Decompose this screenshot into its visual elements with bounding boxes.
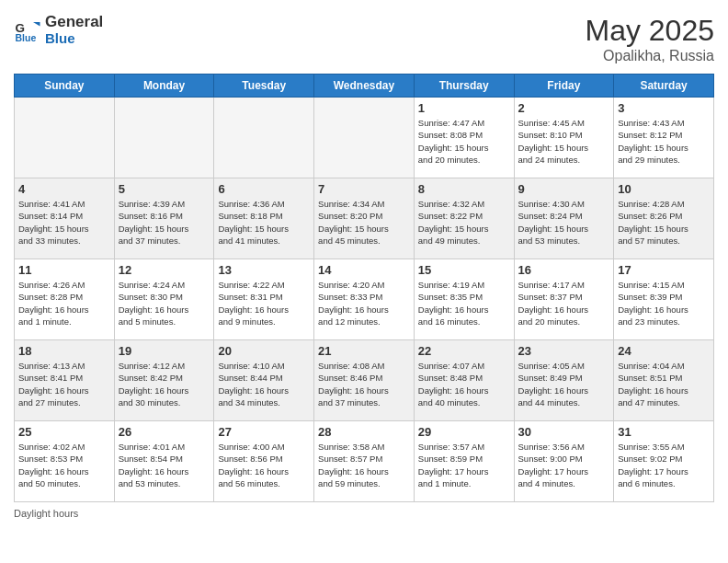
day-number: 4 xyxy=(18,182,110,196)
cell-info: Sunrise: 4:00 AM Sunset: 8:56 PM Dayligh… xyxy=(218,441,310,489)
cal-cell: 8Sunrise: 4:32 AM Sunset: 8:22 PM Daylig… xyxy=(414,178,514,259)
cell-info: Sunrise: 3:56 AM Sunset: 9:00 PM Dayligh… xyxy=(518,441,610,489)
logo-general: General xyxy=(45,14,103,31)
calendar-title: May 2025 xyxy=(585,14,714,48)
cell-info: Sunrise: 4:24 AM Sunset: 8:30 PM Dayligh… xyxy=(119,279,210,327)
cal-cell: 3Sunrise: 4:43 AM Sunset: 8:12 PM Daylig… xyxy=(614,98,714,178)
cal-cell: 13Sunrise: 4:22 AM Sunset: 8:31 PM Dayli… xyxy=(214,259,314,340)
cal-cell xyxy=(15,98,115,178)
day-number: 22 xyxy=(418,344,510,358)
cal-cell: 21Sunrise: 4:08 AM Sunset: 8:46 PM Dayli… xyxy=(314,340,415,421)
day-number: 29 xyxy=(418,425,510,439)
day-number: 23 xyxy=(518,344,610,358)
cell-info: Sunrise: 4:13 AM Sunset: 8:41 PM Dayligh… xyxy=(18,360,110,408)
cell-info: Sunrise: 4:15 AM Sunset: 8:39 PM Dayligh… xyxy=(618,279,710,327)
logo-icon: G Blue xyxy=(14,17,41,44)
cell-info: Sunrise: 4:19 AM Sunset: 8:35 PM Dayligh… xyxy=(418,279,510,327)
cell-info: Sunrise: 4:08 AM Sunset: 8:46 PM Dayligh… xyxy=(318,360,410,408)
cal-cell xyxy=(314,98,415,178)
cal-cell: 7Sunrise: 4:34 AM Sunset: 8:20 PM Daylig… xyxy=(314,178,415,259)
cell-info: Sunrise: 4:41 AM Sunset: 8:14 PM Dayligh… xyxy=(18,198,110,247)
cal-cell xyxy=(114,98,214,178)
cal-cell xyxy=(214,98,314,178)
cal-cell: 19Sunrise: 4:12 AM Sunset: 8:42 PM Dayli… xyxy=(114,340,214,421)
logo: G Blue General Blue xyxy=(14,14,103,46)
header: G Blue General Blue May 2025 Opalikha, R… xyxy=(14,14,714,64)
cell-info: Sunrise: 3:57 AM Sunset: 8:59 PM Dayligh… xyxy=(418,441,510,489)
cell-info: Sunrise: 4:36 AM Sunset: 8:18 PM Dayligh… xyxy=(218,198,310,247)
day-number: 18 xyxy=(18,344,110,358)
cal-cell: 16Sunrise: 4:17 AM Sunset: 8:37 PM Dayli… xyxy=(514,259,614,340)
day-number: 25 xyxy=(18,425,110,439)
day-number: 30 xyxy=(518,425,610,439)
cell-info: Sunrise: 4:47 AM Sunset: 8:08 PM Dayligh… xyxy=(418,117,510,166)
cal-cell: 6Sunrise: 4:36 AM Sunset: 8:18 PM Daylig… xyxy=(214,178,314,259)
day-number: 24 xyxy=(618,344,710,358)
svg-marker-1 xyxy=(33,22,40,27)
cell-info: Sunrise: 4:20 AM Sunset: 8:33 PM Dayligh… xyxy=(318,279,410,327)
day-number: 28 xyxy=(318,425,410,439)
cell-info: Sunrise: 4:26 AM Sunset: 8:28 PM Dayligh… xyxy=(18,279,110,327)
calendar-table: SundayMondayTuesdayWednesdayThursdayFrid… xyxy=(14,74,714,502)
day-number: 19 xyxy=(119,344,210,358)
page: G Blue General Blue May 2025 Opalikha, R… xyxy=(0,0,728,563)
cell-info: Sunrise: 3:55 AM Sunset: 9:02 PM Dayligh… xyxy=(618,441,710,489)
cell-info: Sunrise: 4:32 AM Sunset: 8:22 PM Dayligh… xyxy=(418,198,510,247)
cell-info: Sunrise: 4:28 AM Sunset: 8:26 PM Dayligh… xyxy=(618,198,710,247)
cal-cell: 4Sunrise: 4:41 AM Sunset: 8:14 PM Daylig… xyxy=(15,178,115,259)
cell-info: Sunrise: 4:04 AM Sunset: 8:51 PM Dayligh… xyxy=(618,360,710,408)
cal-cell: 17Sunrise: 4:15 AM Sunset: 8:39 PM Dayli… xyxy=(614,259,714,340)
cal-cell: 25Sunrise: 4:02 AM Sunset: 8:53 PM Dayli… xyxy=(15,421,115,502)
cell-info: Sunrise: 4:22 AM Sunset: 8:31 PM Dayligh… xyxy=(218,279,310,327)
day-number: 7 xyxy=(318,182,410,196)
day-number: 3 xyxy=(618,101,710,115)
day-header-friday: Friday xyxy=(514,75,614,98)
cal-cell: 24Sunrise: 4:04 AM Sunset: 8:51 PM Dayli… xyxy=(614,340,714,421)
cal-cell: 11Sunrise: 4:26 AM Sunset: 8:28 PM Dayli… xyxy=(15,259,115,340)
cal-cell: 10Sunrise: 4:28 AM Sunset: 8:26 PM Dayli… xyxy=(614,178,714,259)
day-number: 1 xyxy=(418,101,510,115)
cell-info: Sunrise: 4:17 AM Sunset: 8:37 PM Dayligh… xyxy=(518,279,610,327)
cell-info: Sunrise: 4:07 AM Sunset: 8:48 PM Dayligh… xyxy=(418,360,510,408)
day-number: 17 xyxy=(618,263,710,277)
svg-text:Blue: Blue xyxy=(16,32,37,43)
day-header-saturday: Saturday xyxy=(614,75,714,98)
day-number: 12 xyxy=(119,263,210,277)
footer-note: Daylight hours xyxy=(14,508,714,519)
cell-info: Sunrise: 4:34 AM Sunset: 8:20 PM Dayligh… xyxy=(318,198,410,247)
cal-cell: 20Sunrise: 4:10 AM Sunset: 8:44 PM Dayli… xyxy=(214,340,314,421)
cal-cell: 15Sunrise: 4:19 AM Sunset: 8:35 PM Dayli… xyxy=(414,259,514,340)
cal-cell: 31Sunrise: 3:55 AM Sunset: 9:02 PM Dayli… xyxy=(614,421,714,502)
day-number: 27 xyxy=(218,425,310,439)
day-header-monday: Monday xyxy=(114,75,214,98)
cell-info: Sunrise: 4:10 AM Sunset: 8:44 PM Dayligh… xyxy=(218,360,310,408)
day-number: 31 xyxy=(618,425,710,439)
cell-info: Sunrise: 3:58 AM Sunset: 8:57 PM Dayligh… xyxy=(318,441,410,489)
day-number: 6 xyxy=(218,182,310,196)
cell-info: Sunrise: 4:01 AM Sunset: 8:54 PM Dayligh… xyxy=(119,441,210,489)
day-number: 20 xyxy=(218,344,310,358)
cell-info: Sunrise: 4:30 AM Sunset: 8:24 PM Dayligh… xyxy=(518,198,610,247)
cal-cell: 1Sunrise: 4:47 AM Sunset: 8:08 PM Daylig… xyxy=(414,98,514,178)
day-number: 16 xyxy=(518,263,610,277)
cal-cell: 12Sunrise: 4:24 AM Sunset: 8:30 PM Dayli… xyxy=(114,259,214,340)
day-number: 2 xyxy=(518,101,610,115)
cell-info: Sunrise: 4:05 AM Sunset: 8:49 PM Dayligh… xyxy=(518,360,610,408)
cell-info: Sunrise: 4:12 AM Sunset: 8:42 PM Dayligh… xyxy=(119,360,210,408)
cal-cell: 27Sunrise: 4:00 AM Sunset: 8:56 PM Dayli… xyxy=(214,421,314,502)
cal-cell: 28Sunrise: 3:58 AM Sunset: 8:57 PM Dayli… xyxy=(314,421,415,502)
day-number: 14 xyxy=(318,263,410,277)
day-number: 11 xyxy=(18,263,110,277)
day-number: 13 xyxy=(218,263,310,277)
day-number: 5 xyxy=(119,182,210,196)
logo-blue: Blue xyxy=(45,31,103,47)
cal-cell: 14Sunrise: 4:20 AM Sunset: 8:33 PM Dayli… xyxy=(314,259,415,340)
cell-info: Sunrise: 4:45 AM Sunset: 8:10 PM Dayligh… xyxy=(518,117,610,166)
cell-info: Sunrise: 4:43 AM Sunset: 8:12 PM Dayligh… xyxy=(618,117,710,166)
title-block: May 2025 Opalikha, Russia xyxy=(585,14,714,64)
day-header-tuesday: Tuesday xyxy=(214,75,314,98)
cell-info: Sunrise: 4:02 AM Sunset: 8:53 PM Dayligh… xyxy=(18,441,110,489)
cal-cell: 29Sunrise: 3:57 AM Sunset: 8:59 PM Dayli… xyxy=(414,421,514,502)
day-number: 21 xyxy=(318,344,410,358)
calendar-subtitle: Opalikha, Russia xyxy=(585,48,714,64)
